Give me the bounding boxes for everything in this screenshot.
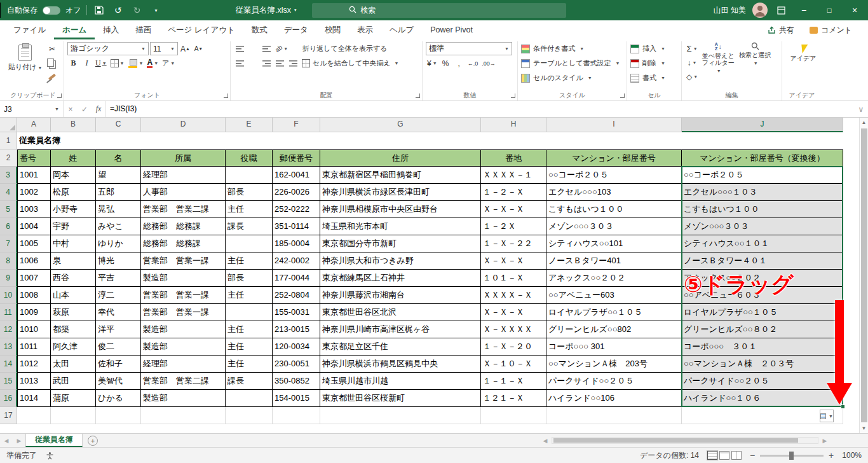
bold-button[interactable]: B: [67, 57, 79, 70]
cell-J6[interactable]: メゾン○○○３０３: [682, 218, 843, 235]
clear-icon[interactable]: ◇▼: [685, 70, 699, 83]
cell-A2[interactable]: 番号: [17, 149, 51, 167]
sheet-nav-left-icon[interactable]: ◀: [0, 434, 13, 447]
cell-E11[interactable]: [226, 304, 273, 321]
cell-C14[interactable]: 佐和子: [96, 356, 141, 373]
row-header-8[interactable]: 8: [0, 252, 17, 270]
cell-C5[interactable]: 晃弘: [96, 201, 141, 218]
cell-I13[interactable]: コーポ○○○ 301: [546, 338, 682, 356]
cell-A9[interactable]: 1007: [17, 270, 51, 287]
tab-挿入[interactable]: 挿入: [95, 20, 127, 39]
cell-J16[interactable]: ハイランド○○１０６: [682, 390, 843, 407]
cell-I12[interactable]: グリーンヒルズ○○802: [546, 321, 682, 338]
cell-B5[interactable]: 小野寺: [51, 201, 96, 218]
italic-button[interactable]: I: [81, 57, 93, 70]
decrease-indent-icon[interactable]: [274, 57, 286, 70]
cell-B10[interactable]: 山本: [51, 287, 96, 304]
minimize-button[interactable]: −: [794, 3, 813, 18]
align-right-icon[interactable]: [261, 57, 273, 70]
cell-H9[interactable]: １０１－Ｘ: [481, 270, 546, 287]
align-left-icon[interactable]: [234, 57, 246, 70]
decrease-font-size-icon[interactable]: A▼: [193, 42, 205, 55]
cell-A16[interactable]: 1014: [17, 390, 51, 407]
cell-B17[interactable]: [51, 407, 96, 424]
row-header-15[interactable]: 15: [0, 373, 17, 390]
name-box[interactable]: J3 ▼: [0, 101, 64, 117]
tab-Power Pivot[interactable]: Power Pivot: [422, 20, 481, 39]
sort-filter-button[interactable]: AZ↓ 並べ替えとフィルター ▼: [700, 42, 736, 74]
cell-A5[interactable]: 1003: [17, 201, 51, 218]
formula-input[interactable]: =JIS(I3): [105, 101, 854, 117]
cell-J3[interactable]: ○○コーポ２０５: [682, 167, 843, 184]
cell-I16[interactable]: ハイランド○○106: [546, 390, 682, 407]
font-dialog-launcher-icon[interactable]: [224, 93, 228, 98]
cell-D12[interactable]: 製造部: [141, 321, 226, 338]
cell-J4[interactable]: エクセル○○○１０３: [682, 184, 843, 201]
column-header-B[interactable]: B: [51, 118, 96, 132]
tab-校閲[interactable]: 校閲: [316, 20, 349, 39]
row-header-4[interactable]: 4: [0, 184, 17, 201]
cell-G3[interactable]: 東京都新宿区早稲田鶴巻町: [320, 167, 481, 184]
cell-E5[interactable]: 主任: [226, 201, 273, 218]
cell-D2[interactable]: 所属: [141, 149, 226, 167]
underline-button[interactable]: U▼: [94, 57, 108, 70]
cell-B3[interactable]: 岡本: [51, 167, 96, 184]
cell-E3[interactable]: [226, 167, 273, 184]
cell-F14[interactable]: 230-0051: [273, 356, 320, 373]
cell-G12[interactable]: 神奈川県川崎市高津区梶ヶ谷: [320, 321, 481, 338]
cell-E10[interactable]: 主任: [226, 287, 273, 304]
column-header-G[interactable]: G: [320, 118, 481, 132]
cell-A12[interactable]: 1010: [17, 321, 51, 338]
tab-ホーム[interactable]: ホーム: [54, 20, 95, 39]
column-header-F[interactable]: F: [273, 118, 320, 132]
cell-D11[interactable]: 営業部 営業一課: [141, 304, 226, 321]
ideas-button[interactable]: アイデア: [785, 45, 821, 62]
sheet-nav-right-icon[interactable]: ▶: [13, 434, 25, 447]
row-header-13[interactable]: 13: [0, 338, 17, 356]
cell-C11[interactable]: 幸代: [96, 304, 141, 321]
number-format-combo[interactable]: 標準▼: [426, 42, 512, 55]
cell-F13[interactable]: 120-0034: [273, 338, 320, 356]
cell-D15[interactable]: 営業部 営業二課: [141, 373, 226, 390]
ribbon-display-options-icon[interactable]: [774, 3, 788, 18]
cell-B7[interactable]: 中村: [51, 235, 96, 252]
cell-C9[interactable]: 平吉: [96, 270, 141, 287]
cell-C1[interactable]: [96, 132, 141, 149]
increase-decimal-icon[interactable]: ←.0: [466, 57, 480, 70]
scroll-left-icon[interactable]: ◀: [539, 438, 552, 444]
cell-C10[interactable]: 淳二: [96, 287, 141, 304]
cell-H16[interactable]: １２１－Ｘ: [481, 390, 546, 407]
find-select-button[interactable]: 検索と選択 ▼: [737, 42, 773, 67]
cell-E4[interactable]: 部長: [226, 184, 273, 201]
column-header-C[interactable]: C: [96, 118, 141, 132]
tab-数式[interactable]: 数式: [243, 20, 276, 39]
cell-J13[interactable]: コーポ○○○ ３０１: [682, 338, 843, 356]
cell-F12[interactable]: 213-0015: [273, 321, 320, 338]
cell-B12[interactable]: 都築: [51, 321, 96, 338]
cell-D6[interactable]: 総務部 総務課: [141, 218, 226, 235]
conditional-formatting-button[interactable]: 条件付き書式▼: [521, 42, 623, 55]
orientation-icon[interactable]: ab▼: [274, 42, 289, 55]
cell-F2[interactable]: 郵便番号: [273, 149, 320, 167]
vertical-scroll-thumb[interactable]: [861, 128, 867, 422]
format-painter-icon[interactable]: [46, 70, 58, 83]
cell-I14[interactable]: ○○マンションＡ棟 203号: [546, 356, 682, 373]
cell-I4[interactable]: エクセル○○○103: [546, 184, 682, 201]
fill-handle[interactable]: [841, 404, 845, 409]
cell-E6[interactable]: 課長: [226, 218, 273, 235]
cell-A17[interactable]: [17, 407, 51, 424]
cell-E13[interactable]: 主任: [226, 338, 273, 356]
row-header-9[interactable]: 9: [0, 270, 17, 287]
cell-C16[interactable]: ひかる: [96, 390, 141, 407]
cell-G5[interactable]: 神奈川県相模原市中央区由野台: [320, 201, 481, 218]
scroll-down-icon[interactable]: ▼: [860, 424, 868, 433]
undo-icon[interactable]: ↺: [111, 3, 125, 18]
cell-B14[interactable]: 太田: [51, 356, 96, 373]
column-header-D[interactable]: D: [141, 118, 226, 132]
scroll-up-icon[interactable]: ▲: [860, 118, 868, 127]
cell-I7[interactable]: シティハウス○○101: [546, 235, 682, 252]
cell-E1[interactable]: [226, 132, 273, 149]
tab-データ[interactable]: データ: [276, 20, 316, 39]
cell-B13[interactable]: 阿久津: [51, 338, 96, 356]
cell-A14[interactable]: 1012: [17, 356, 51, 373]
